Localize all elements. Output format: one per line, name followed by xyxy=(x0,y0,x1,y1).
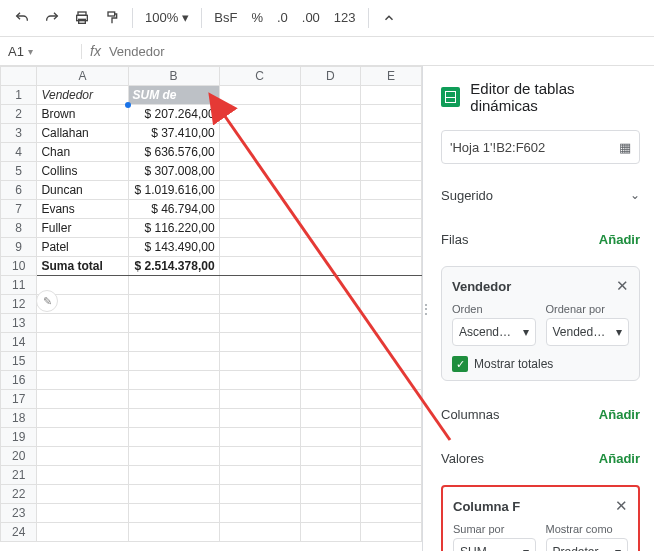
row-header[interactable]: 21 xyxy=(1,466,37,485)
row-header[interactable]: 17 xyxy=(1,390,37,409)
sortby-label: Ordenar por xyxy=(546,303,630,315)
row-header[interactable]: 5 xyxy=(1,162,37,181)
summarize-label: Sumar por xyxy=(453,523,536,535)
cell[interactable]: $ 636.576,00 xyxy=(128,143,219,162)
remove-field-button[interactable]: ✕ xyxy=(615,497,628,515)
separator xyxy=(201,8,202,28)
add-rows-button[interactable]: Añadir xyxy=(599,232,640,247)
row-header[interactable]: 19 xyxy=(1,428,37,447)
redo-button[interactable] xyxy=(38,4,66,32)
row-header[interactable]: 8 xyxy=(1,219,37,238)
formula-bar[interactable]: Vendedor xyxy=(109,44,165,59)
cell[interactable]: SUM de xyxy=(128,86,219,105)
select-all-corner[interactable] xyxy=(1,67,37,86)
col-header[interactable]: D xyxy=(300,67,361,86)
svg-rect-3 xyxy=(108,12,115,16)
cell[interactable]: Chan xyxy=(37,143,128,162)
cell[interactable]: Patel xyxy=(37,238,128,257)
col-header[interactable]: B xyxy=(128,67,219,86)
row-header[interactable]: 24 xyxy=(1,523,37,542)
cell[interactable]: $ 207.264,00 xyxy=(128,105,219,124)
cell[interactable]: Brown xyxy=(37,105,128,124)
decrease-decimal-button[interactable]: .0 xyxy=(271,10,294,25)
drag-handle-icon[interactable]: ⋮ xyxy=(423,301,433,317)
cell[interactable]: Fuller xyxy=(37,219,128,238)
row-header[interactable]: 9 xyxy=(1,238,37,257)
row-header[interactable]: 13 xyxy=(1,314,37,333)
row-header[interactable]: 18 xyxy=(1,409,37,428)
percent-button[interactable]: % xyxy=(245,10,269,25)
order-dropdown[interactable]: Ascend…▾ xyxy=(452,318,536,346)
row-header[interactable]: 11 xyxy=(1,276,37,295)
select-range-icon[interactable]: ▦ xyxy=(619,140,631,155)
cell[interactable]: Collins xyxy=(37,162,128,181)
currency-button[interactable]: BsF xyxy=(208,10,243,25)
row-header[interactable]: 4 xyxy=(1,143,37,162)
cell[interactable]: Callahan xyxy=(37,124,128,143)
showas-dropdown[interactable]: Predeter…▾ xyxy=(546,538,629,551)
zoom-dropdown[interactable]: 100%▾ xyxy=(139,10,195,25)
col-header[interactable]: E xyxy=(361,67,422,86)
row-header[interactable]: 2 xyxy=(1,105,37,124)
remove-field-button[interactable]: ✕ xyxy=(616,277,629,295)
row-header[interactable]: 15 xyxy=(1,352,37,371)
chevron-down-icon: ▾ xyxy=(616,325,622,339)
cell[interactable]: $ 2.514.378,00 xyxy=(128,257,219,276)
row-header[interactable]: 16 xyxy=(1,371,37,390)
cell[interactable] xyxy=(219,86,300,105)
cell[interactable] xyxy=(361,86,422,105)
row-header[interactable]: 1 xyxy=(1,86,37,105)
row-header[interactable]: 12 xyxy=(1,295,37,314)
spreadsheet-grid[interactable]: A B C D E 1VendedorSUM de 2Brown$ 207.26… xyxy=(0,66,422,551)
row-header[interactable]: 20 xyxy=(1,447,37,466)
row-header[interactable]: 14 xyxy=(1,333,37,352)
cell[interactable] xyxy=(300,86,361,105)
edit-pivot-button[interactable]: ✎ xyxy=(36,290,58,312)
suggested-toggle[interactable]: Sugerido ⌄ xyxy=(441,180,640,210)
more-formats-button[interactable]: 123 xyxy=(328,10,362,25)
row-header[interactable]: 22 xyxy=(1,485,37,504)
paint-format-button[interactable] xyxy=(98,4,126,32)
values-field-card: Columna F ✕ Sumar por SUM▾ Mostrar como … xyxy=(441,485,640,551)
cell[interactable]: Evans xyxy=(37,200,128,219)
name-box[interactable]: A1▾ xyxy=(0,44,82,59)
add-columns-button[interactable]: Añadir xyxy=(599,407,640,422)
print-button[interactable] xyxy=(68,4,96,32)
cell[interactable]: $ 116.220,00 xyxy=(128,219,219,238)
summarize-dropdown[interactable]: SUM▾ xyxy=(453,538,536,551)
row-header[interactable]: 7 xyxy=(1,200,37,219)
sortby-dropdown[interactable]: Vended…▾ xyxy=(546,318,630,346)
selection-handle[interactable] xyxy=(125,102,131,108)
increase-decimal-button[interactable]: .00 xyxy=(296,10,326,25)
row-header[interactable]: 23 xyxy=(1,504,37,523)
separator xyxy=(368,8,369,28)
cell[interactable]: Vendedor xyxy=(37,86,128,105)
values-section-label: Valores xyxy=(441,451,484,466)
pivot-table-icon xyxy=(441,87,460,107)
row-header[interactable]: 10 xyxy=(1,257,37,276)
cell[interactable]: $ 1.019.616,00 xyxy=(128,181,219,200)
add-values-button[interactable]: Añadir xyxy=(599,451,640,466)
col-header[interactable]: A xyxy=(37,67,128,86)
chevron-down-icon: ▾ xyxy=(615,545,621,551)
data-range-input[interactable]: 'Hoja 1'!B2:F602 ▦ xyxy=(441,130,640,164)
cell[interactable]: $ 143.490,00 xyxy=(128,238,219,257)
row-header[interactable]: 6 xyxy=(1,181,37,200)
pivot-editor-panel: ⋮ Editor de tablas dinámicas 'Hoja 1'!B2… xyxy=(423,66,654,551)
cell[interactable]: Suma total xyxy=(37,257,128,276)
panel-title: Editor de tablas dinámicas xyxy=(470,80,640,114)
chevron-down-icon: ▾ xyxy=(182,10,189,25)
order-label: Orden xyxy=(452,303,536,315)
chevron-down-icon: ⌄ xyxy=(630,188,640,202)
cell[interactable]: Duncan xyxy=(37,181,128,200)
row-header[interactable]: 3 xyxy=(1,124,37,143)
cell[interactable]: $ 46.794,00 xyxy=(128,200,219,219)
show-totals-checkbox[interactable]: ✓ Mostrar totales xyxy=(452,356,629,372)
checkmark-icon: ✓ xyxy=(452,356,468,372)
field-name: Columna F xyxy=(453,499,520,514)
cell[interactable]: $ 307.008,00 xyxy=(128,162,219,181)
expand-toolbar-button[interactable] xyxy=(375,4,403,32)
cell[interactable]: $ 37.410,00 xyxy=(128,124,219,143)
col-header[interactable]: C xyxy=(219,67,300,86)
undo-button[interactable] xyxy=(8,4,36,32)
